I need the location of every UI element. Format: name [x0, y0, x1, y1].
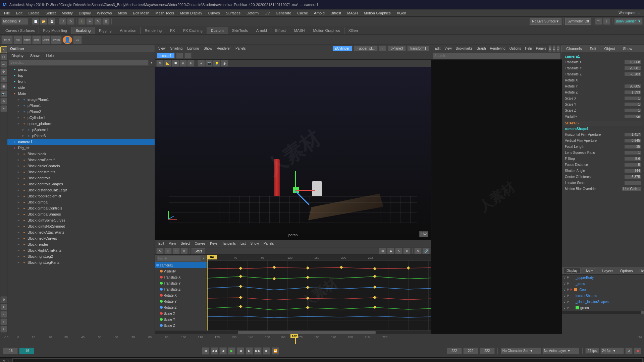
ge-tab-stats[interactable]: Stats: [192, 248, 205, 254]
move-tool-btn[interactable]: ✛: [86, 18, 94, 25]
shelf-avatar[interactable]: 👤: [62, 36, 72, 44]
pause-btn[interactable]: ⏸: [603, 18, 610, 25]
cb-row-vfa[interactable]: Vertical Film Aperture 0.945: [564, 138, 643, 143]
menu-select[interactable]: Select: [43, 10, 59, 16]
vp-tab-pplane3[interactable]: pPlane3: [388, 46, 406, 51]
cb-row-hfa[interactable]: Horizontal Film Aperture 1.417: [564, 132, 643, 137]
ge-menu-tangents[interactable]: Tangents: [220, 241, 238, 246]
menu-modify[interactable]: Modify: [59, 10, 75, 16]
cb-row-sx[interactable]: Scale X 1: [564, 96, 643, 101]
end-frame2-input[interactable]: [480, 348, 495, 354]
ge-tb-2[interactable]: ⊞: [164, 248, 172, 254]
rv-menu-edit[interactable]: Edit: [433, 46, 442, 51]
cb-row-ry[interactable]: Rotate Y 90.605: [564, 83, 643, 89]
shelf-ge[interactable]: GE: [73, 36, 82, 44]
cb-row-fd[interactable]: Focus Distance 5: [564, 162, 643, 168]
vp-tb-3[interactable]: 🔲: [172, 60, 179, 67]
tab-rendering[interactable]: Rendering: [141, 27, 166, 34]
rv-menu-help[interactable]: Help: [523, 46, 534, 51]
next-frame-btn[interactable]: ▶: [246, 347, 253, 355]
tool-bottom-2[interactable]: ≡: [0, 304, 7, 310]
outliner-item-21[interactable]: ►●Block:footProblemRt: [7, 193, 155, 199]
menu-display[interactable]: Display: [76, 10, 94, 16]
menu-mesh[interactable]: Mesh: [115, 10, 129, 16]
menu-edit[interactable]: Edit: [13, 10, 25, 16]
graph-item-rx[interactable]: Rotate X: [155, 292, 207, 298]
tool-camera[interactable]: 📷: [0, 90, 7, 97]
menu-motion-graphics[interactable]: Motion Graphics: [361, 10, 393, 16]
outliner-item-22[interactable]: ►●Block:gimbal: [7, 199, 155, 205]
outliner-item-17[interactable]: ►●Block:constraints: [7, 169, 155, 175]
start-frame-input[interactable]: -16: [3, 348, 18, 354]
outliner-item-16[interactable]: ►●Block:circleControls: [7, 163, 155, 169]
tab-mash[interactable]: MASH: [290, 27, 309, 34]
rv-menu-panels[interactable]: Panels: [534, 46, 548, 51]
graph-hscroll-thumb[interactable]: [238, 331, 376, 334]
tab-animation[interactable]: Animation: [116, 27, 141, 34]
rv-icon-3[interactable]: ⬡: [556, 45, 560, 52]
vp-tab-upper-pl[interactable]: - upper_pl...: [354, 46, 378, 51]
cb-row-sz[interactable]: Scale Z 1: [564, 108, 643, 113]
ge-tb-buffer[interactable]: ≡: [403, 248, 411, 254]
symmetry-btn[interactable]: Symmetry: Off: [565, 18, 591, 25]
tool-bottom-3[interactable]: ≡: [0, 311, 7, 318]
shelf-bind[interactable]: Bind: [32, 36, 41, 44]
vp-menu-lighting[interactable]: Lighting: [185, 46, 201, 51]
outliner-item-7[interactable]: ►●pPlane2: [7, 109, 155, 115]
graph-item-sz[interactable]: Scale Z: [155, 322, 207, 328]
current-frame-input[interactable]: [447, 348, 462, 354]
ge-menu-show[interactable]: Show: [249, 241, 261, 246]
outliner-item-4[interactable]: ●Main: [7, 90, 155, 97]
vp-tb-shadow[interactable]: ◑: [221, 60, 228, 67]
tab-poly-modelling[interactable]: Poly Modelling: [39, 27, 71, 34]
cb-row-ty[interactable]: Translate Y 20.681: [564, 65, 643, 71]
graph-item-ty[interactable]: Translate Y: [155, 280, 207, 286]
rv-menu-graph[interactable]: Graph: [475, 46, 488, 51]
vp-tb-5[interactable]: ⊗: [187, 60, 195, 67]
tool-rotate[interactable]: ↻: [0, 76, 7, 82]
no-live-surface-btn[interactable]: No Live Surface ▼: [530, 18, 561, 25]
tool-scale[interactable]: ⊞: [0, 83, 7, 90]
vp-tab-empty2[interactable]: -: [176, 53, 183, 59]
menu-mesh-tools[interactable]: Mesh Tools: [153, 10, 176, 16]
ge-tb-key[interactable]: ◆: [387, 248, 394, 254]
vp-tb-camera[interactable]: 📷: [205, 60, 213, 67]
rv-search-input[interactable]: [433, 53, 560, 59]
char-set-dropdown[interactable]: No Character Set ▼: [501, 348, 541, 354]
rotate-tool-btn[interactable]: ↻: [94, 18, 102, 25]
outliner-item-3[interactable]: ●side: [7, 84, 155, 90]
menu-file[interactable]: File: [1, 10, 13, 16]
graph-item-tx[interactable]: Translate X: [155, 274, 207, 280]
tool-bottom-4[interactable]: ≡: [0, 318, 7, 325]
cb-row-tz[interactable]: Translate Z -8.283: [564, 71, 643, 77]
ge-menu-edit[interactable]: Edit: [156, 241, 166, 246]
cb-menu-show[interactable]: Show: [620, 46, 635, 51]
vp-tab-pcylinder[interactable]: pCylinder: [332, 46, 353, 51]
undo-btn[interactable]: ↺: [59, 18, 66, 25]
vp-menu-show[interactable]: Show: [202, 46, 214, 51]
outliner-item-6[interactable]: ►●pPlane1: [7, 103, 155, 109]
ge-menu-panels[interactable]: Panels: [262, 241, 276, 246]
layer-tab-anim[interactable]: Anim: [583, 268, 596, 274]
vp-menu-panels[interactable]: Panels: [233, 46, 248, 51]
rv-menu-rendering[interactable]: Rendering: [488, 46, 507, 51]
vp-menu-renderer[interactable]: Renderer: [215, 46, 233, 51]
rv-menu-view[interactable]: View: [442, 46, 454, 51]
outliner-item-14[interactable]: ►●Block:block: [7, 151, 155, 157]
menu-deform[interactable]: Deform: [244, 10, 261, 16]
tab-motion-graphics[interactable]: Motion Graphics: [309, 27, 344, 34]
cb-row-fstop[interactable]: F Stop 5.6: [564, 156, 643, 162]
range-start-input[interactable]: [19, 348, 34, 354]
end-frame-input[interactable]: [463, 348, 478, 354]
scale-tool-btn[interactable]: ⊞: [102, 18, 110, 25]
outliner-item-18[interactable]: ►●Block:controls: [7, 175, 155, 181]
user-dropdown[interactable]: Bunn Garnish ▼: [614, 18, 643, 25]
tool-bottom-5[interactable]: ≡: [0, 326, 7, 333]
ge-menu-select[interactable]: Select: [179, 241, 192, 246]
play-btn[interactable]: ▶: [228, 347, 235, 355]
outliner-item-2[interactable]: ●front: [7, 78, 155, 84]
cb-row-tx[interactable]: Translate X 16.668: [564, 59, 643, 65]
vp-tab-locator1[interactable]: locator1: [157, 53, 175, 59]
outliner-item-11[interactable]: ►●pPlane3: [7, 133, 155, 139]
play-reverse-btn[interactable]: ◀: [237, 347, 244, 355]
